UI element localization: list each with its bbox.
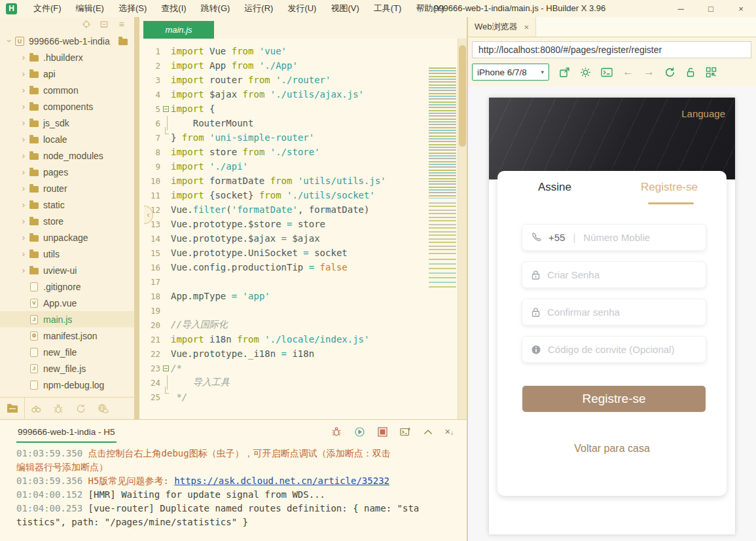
- debug-view-icon[interactable]: [47, 398, 69, 419]
- sidebar-item-uview-ui[interactable]: ›uview-ui: [0, 262, 134, 278]
- line-number[interactable]: 19: [139, 306, 160, 316]
- tab-register[interactable]: Registre-se: [612, 181, 727, 194]
- code-line-5[interactable]: 5import {: [139, 102, 467, 116]
- url-input[interactable]: [472, 41, 751, 58]
- form-field-2[interactable]: Confirmar senha: [522, 299, 706, 326]
- terminal-icon[interactable]: [400, 427, 411, 437]
- line-number[interactable]: 7: [139, 133, 160, 143]
- code-line-20[interactable]: 20//导入国际化: [139, 318, 467, 332]
- fold-marker[interactable]: [160, 361, 171, 375]
- sidebar-item-node-modules[interactable]: ›node_modules: [0, 147, 134, 164]
- code-line-13[interactable]: 13Vue.prototype.$store = store: [139, 217, 467, 231]
- line-number[interactable]: 4: [139, 90, 160, 100]
- menu-item-4[interactable]: 跳转(G): [194, 3, 238, 14]
- language-link[interactable]: Language: [681, 108, 725, 119]
- sync-view-icon[interactable]: [69, 398, 92, 419]
- line-number[interactable]: 25: [139, 392, 160, 402]
- code-line-9[interactable]: 9import './api': [139, 159, 467, 174]
- menu-item-6[interactable]: 发行(U): [280, 3, 323, 14]
- menu-item-8[interactable]: 工具(T): [367, 3, 409, 14]
- line-number[interactable]: 1: [139, 47, 160, 56]
- locate-file-icon[interactable]: [81, 20, 91, 29]
- sidebar-item-pages[interactable]: ›pages: [0, 164, 134, 180]
- menu-item-5[interactable]: 运行(R): [237, 3, 280, 14]
- line-number[interactable]: 24: [139, 378, 160, 388]
- console-link[interactable]: https://ask.dcloud.net.cn/article/35232: [174, 476, 389, 486]
- line-number[interactable]: 16: [139, 263, 160, 272]
- line-number[interactable]: 10: [139, 176, 160, 186]
- code-line-23[interactable]: 23/*: [139, 361, 467, 375]
- line-number[interactable]: 3: [139, 75, 160, 85]
- line-number[interactable]: 2: [139, 61, 160, 71]
- sidebar-item-utils[interactable]: ›utils: [0, 246, 134, 262]
- restart-icon[interactable]: [354, 426, 365, 438]
- fold-marker[interactable]: [160, 102, 171, 116]
- browser-tab-close-icon[interactable]: ×: [524, 22, 530, 32]
- console-tab[interactable]: 999666-web-1-india - H5: [16, 421, 117, 443]
- device-select[interactable]: iPhone 6/7/8 ▾: [472, 64, 549, 81]
- sidebar-item-api[interactable]: ›api: [0, 65, 134, 82]
- code-line-11[interactable]: 11import {socket} from './utils/socket': [139, 188, 467, 202]
- line-number[interactable]: 8: [139, 147, 160, 157]
- code-line-12[interactable]: 12Vue.filter('formatDate', formatDate): [139, 202, 467, 217]
- open-external-icon[interactable]: [559, 67, 570, 78]
- back-home-link[interactable]: Voltar para casa: [497, 443, 727, 455]
- line-number[interactable]: 18: [139, 291, 160, 301]
- code-line-14[interactable]: 14Vue.prototype.$ajax = $ajax: [139, 231, 467, 246]
- form-field-3[interactable]: Código de convite (Opcional): [522, 336, 706, 363]
- form-field-0[interactable]: +55|Número Moblie: [522, 224, 706, 251]
- sidebar-item-router[interactable]: ›router: [0, 180, 134, 196]
- tree-root[interactable]: ›U999666-web-1-india: [0, 33, 134, 49]
- code-line-19[interactable]: 19: [139, 303, 467, 318]
- menu-item-7[interactable]: 视图(V): [323, 3, 366, 14]
- sidebar-item--hbuilderx[interactable]: ›.hbuilderx: [0, 49, 134, 65]
- sidebar-item-locale[interactable]: ›locale: [0, 131, 134, 147]
- line-number[interactable]: 20: [139, 320, 160, 330]
- close-console-icon[interactable]: ×↓: [445, 426, 454, 437]
- stop-icon[interactable]: [378, 427, 387, 437]
- sidebar-item-new-file[interactable]: new_file: [0, 344, 134, 360]
- code-line-18[interactable]: 18App.mpType = 'app': [139, 289, 467, 303]
- code-line-17[interactable]: 17: [139, 274, 467, 289]
- sidebar-item--gitignore[interactable]: .gitignore: [0, 278, 134, 295]
- browser-terminal-icon[interactable]: [601, 67, 613, 77]
- sidebar-item-npm-debug-log[interactable]: npm-debug.log: [0, 377, 134, 393]
- close-button[interactable]: ×: [726, 0, 756, 17]
- menu-item-1[interactable]: 编辑(E): [69, 3, 111, 14]
- debug-bug-icon[interactable]: [331, 426, 342, 437]
- form-field-1[interactable]: Criar Senha: [522, 261, 706, 288]
- line-number[interactable]: 15: [139, 248, 160, 258]
- code-line-22[interactable]: 22Vue.prototype._i18n = i18n: [139, 346, 467, 361]
- sidebar-item-js-sdk[interactable]: ›js_sdk: [0, 115, 134, 131]
- register-submit-button[interactable]: Registre-se: [522, 386, 706, 412]
- collapse-all-icon[interactable]: [99, 20, 109, 29]
- refresh-icon[interactable]: [664, 67, 675, 78]
- line-number[interactable]: 14: [139, 234, 160, 244]
- forward-icon[interactable]: →: [643, 65, 655, 79]
- menu-item-0[interactable]: 文件(F): [26, 3, 69, 14]
- publish-view-icon[interactable]: [92, 398, 114, 419]
- sidebar-item-App-vue[interactable]: VApp.vue: [0, 295, 134, 311]
- fold-collapse-icon[interactable]: [163, 106, 169, 112]
- explorer-menu-icon[interactable]: ≡: [117, 20, 126, 29]
- code-line-7[interactable]: 7} from 'uni-simple-router': [139, 130, 467, 145]
- code-line-1[interactable]: 1import Vue from 'vue': [139, 44, 467, 58]
- line-number[interactable]: 5: [139, 104, 160, 114]
- unlock-icon[interactable]: [685, 67, 696, 78]
- panel-splitter[interactable]: [134, 17, 139, 419]
- code-line-21[interactable]: 21import i18n from './locale/index.js': [139, 332, 467, 346]
- code-line-4[interactable]: 4import $ajax from './utils/ajax.js': [139, 87, 467, 102]
- browser-tab[interactable]: Web浏览器 ×: [468, 17, 536, 37]
- editor-scrollbar[interactable]: [458, 39, 467, 419]
- tab-signin[interactable]: Assine: [497, 181, 612, 194]
- editor-scrollbar-thumb[interactable]: [459, 45, 466, 147]
- back-icon[interactable]: ←: [622, 65, 634, 79]
- code-line-25[interactable]: 25 */: [139, 390, 467, 404]
- sidebar-item-manifest-json[interactable]: ⚙manifest.json: [0, 327, 134, 344]
- sidebar-item-main-js[interactable]: Jmain.js: [0, 311, 134, 327]
- line-number[interactable]: 22: [139, 349, 160, 359]
- code-line-3[interactable]: 3import router from './router': [139, 73, 467, 87]
- qrcode-icon[interactable]: [706, 67, 717, 78]
- line-number[interactable]: 11: [139, 191, 160, 200]
- line-number[interactable]: 21: [139, 335, 160, 345]
